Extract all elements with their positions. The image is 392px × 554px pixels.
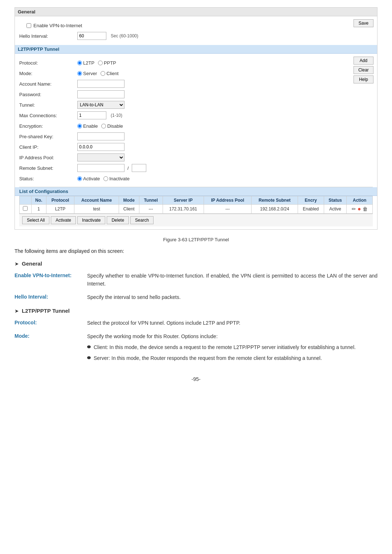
protocol-l2tp-radio[interactable] (77, 61, 82, 65)
account-name-input[interactable] (77, 80, 124, 88)
page-number: -95- (15, 376, 377, 382)
general-section-title: General (22, 260, 42, 267)
general-header-label: General (18, 9, 35, 15)
ip-pool-label: IP Address Pool: (19, 155, 77, 160)
status-activate-radio[interactable] (77, 176, 82, 181)
list-config-header: List of Configurations (15, 187, 377, 196)
preshared-input[interactable] (77, 132, 124, 140)
mode-server[interactable]: Server (77, 71, 97, 76)
help-button[interactable]: Help (354, 75, 373, 83)
ip-pool-select[interactable] (77, 153, 124, 161)
hello-interval-term-row: Hello Interval: Specify the interval to … (15, 293, 377, 301)
tunnel-label: Tunnel: (19, 102, 77, 108)
hello-interval-input[interactable] (77, 32, 106, 40)
max-conn-input[interactable] (77, 111, 106, 119)
enable-vpn-term-row: Enable VPN-to-Internet: Specify whether … (15, 272, 377, 288)
l2tp-arrow: ➤ (15, 308, 19, 314)
ip-pool-row: IP Address Pool: (19, 153, 373, 162)
protocol-pptp-radio[interactable] (98, 61, 103, 65)
row-checkbox-cell[interactable] (20, 205, 32, 214)
hello-interval-row: Hello Interval: Sec (60-1000) (19, 32, 373, 40)
col-mode: Mode (119, 196, 139, 205)
mode-server-radio[interactable] (77, 71, 82, 76)
protocol-label: Protocol: (19, 60, 77, 66)
table-buttons: Select All Activate Inactivate Delete Se… (19, 214, 373, 226)
config-box: General Save Enable VPN-to-Internet Hell… (15, 7, 377, 230)
mode-bullet-client: Client: In this mode, the device sends a… (87, 343, 377, 351)
encryption-disable[interactable]: Disable (101, 123, 123, 129)
row-checkbox[interactable] (23, 206, 28, 211)
status-inactivate-radio[interactable] (103, 176, 108, 181)
row-status: Active (324, 205, 347, 214)
intro-text: The following items are displayed on thi… (15, 248, 377, 254)
remote-subnet-mask-input[interactable] (132, 164, 146, 172)
activate-button[interactable]: Activate (51, 216, 76, 224)
protocol-row: Protocol: L2TP PPTP (19, 58, 373, 67)
enable-vpn-row: Enable VPN-to-Internet (19, 21, 373, 30)
row-tunnel: --- (139, 205, 163, 214)
general-section-body: Save Enable VPN-to-Internet Hello Interv… (15, 16, 377, 45)
hello-interval-term-label: Hello Interval: (15, 293, 87, 301)
remote-subnet-row: Remote Subnet: / (19, 164, 373, 172)
row-account-name: test (74, 205, 119, 214)
row-encry: Enabled (298, 205, 324, 214)
status-activate[interactable]: Activate (77, 176, 100, 181)
mode-term-row: Mode: Specify the working mode for this … (15, 332, 377, 365)
search-button[interactable]: Search (130, 216, 154, 224)
inactivate-button[interactable]: Inactivate (77, 216, 105, 224)
enable-vpn-checkbox[interactable] (26, 23, 31, 28)
l2tp-section-header: L2TP/PPTP Tunnel (15, 45, 377, 54)
col-tunnel: Tunnel (139, 196, 163, 205)
mode-bullets: Client: In this mode, the device sends a… (87, 343, 377, 362)
col-server-ip: Server IP (163, 196, 204, 205)
status-inactivate[interactable]: Inactivate (103, 176, 130, 181)
client-ip-row: Client IP: (19, 143, 373, 151)
row-mode: Client (119, 205, 139, 214)
encryption-disable-radio[interactable] (101, 124, 106, 128)
general-doc-heading: ➤ General (15, 260, 377, 267)
hello-interval-label: Hello Interval: (19, 33, 77, 39)
password-label: Password: (19, 92, 77, 97)
mode-term-desc: Specify the working mode for this Router… (87, 332, 377, 365)
tunnel-header-label: L2TP/PPTP Tunnel (18, 46, 59, 52)
protocol-pptp[interactable]: PPTP (98, 60, 116, 66)
status-label-field: Status: (19, 176, 77, 181)
client-ip-input[interactable] (77, 143, 124, 151)
save-button[interactable]: Save (354, 19, 373, 27)
mode-bullet-server: Server: In this mode, the Router respond… (87, 354, 377, 362)
protocol-l2tp[interactable]: L2TP (77, 60, 94, 66)
row-ip-pool: --- (204, 205, 252, 214)
mode-label: Mode: (19, 71, 77, 76)
encryption-enable-radio[interactable] (77, 124, 82, 128)
mode-client[interactable]: Client (101, 71, 118, 76)
protocol-term-desc: Select the protocol for VPN tunnel. Opti… (87, 319, 377, 327)
side-buttons: Add Clear Help (354, 57, 373, 83)
select-all-button[interactable]: Select All (22, 216, 49, 224)
account-name-label: Account Name: (19, 81, 77, 87)
edit-icon[interactable]: ✏ (352, 206, 356, 212)
row-no: 1 (31, 205, 46, 214)
general-section-header: General (15, 8, 377, 16)
encryption-label: Encryption: (19, 123, 77, 129)
circle-icon[interactable]: ● (358, 206, 361, 212)
preshared-label: Pre-shared Key: (19, 134, 77, 139)
tunnel-select[interactable]: LAN-to-LAN (77, 101, 124, 109)
add-button[interactable]: Add (354, 57, 373, 65)
col-checkbox (20, 196, 32, 205)
preshared-row: Pre-shared Key: (19, 132, 373, 141)
caption-text: Figure 3-63 L2TP/PPTP Tunnel (163, 237, 229, 242)
password-input[interactable] (77, 90, 124, 98)
delete-icon[interactable]: 🗑 (363, 206, 368, 212)
col-no: No. (31, 196, 46, 205)
remote-subnet-input[interactable] (77, 164, 124, 172)
list-config-header-label: List of Configurations (19, 189, 68, 194)
clear-button[interactable]: Clear (354, 66, 373, 74)
encryption-enable[interactable]: Enable (77, 123, 98, 129)
client-ip-label: Client IP: (19, 144, 77, 150)
list-config-section: List of Configurations No. Protocol Acco… (19, 187, 373, 226)
slash-separator: / (127, 165, 129, 171)
delete-button[interactable]: Delete (107, 216, 129, 224)
mode-client-radio[interactable] (101, 71, 105, 76)
status-row: Status: Activate Inactivate (19, 174, 373, 183)
col-account-name: Account Name (74, 196, 119, 205)
